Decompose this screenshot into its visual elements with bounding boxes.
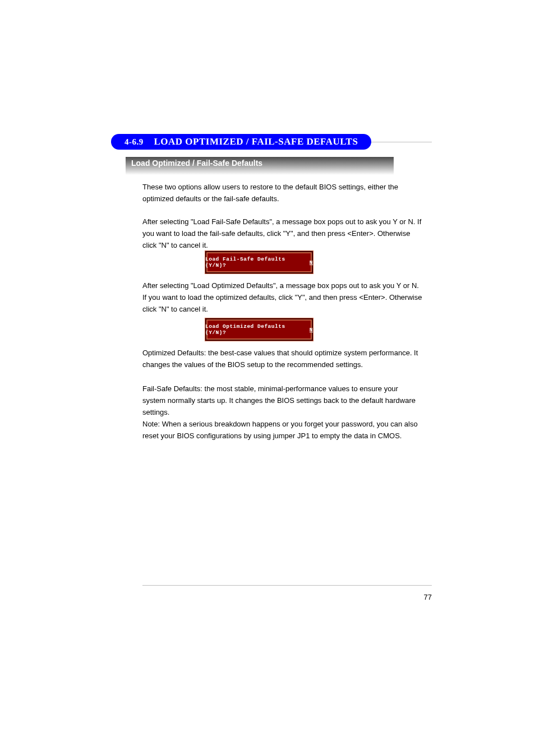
paragraph-intro: These two options allow users to restore… bbox=[142, 182, 423, 205]
subsection-title-bar: Load Optimized / Fail-Safe Defaults bbox=[126, 157, 394, 175]
paragraph-failsafe-instructions: After selecting "Load Fail-Safe Defaults… bbox=[142, 216, 423, 251]
paragraph-optimized-defaults: Optimized Defaults: the best-case values… bbox=[142, 347, 423, 371]
dialog-cursor: N bbox=[310, 327, 313, 333]
paragraph-optimized-instructions: After selecting "Load Optimized Defaults… bbox=[142, 280, 423, 315]
section-number: 4-6.9 bbox=[124, 137, 144, 146]
page-number: 77 bbox=[424, 593, 432, 601]
load-optimized-dialog: Load Optimized Defaults (Y/N)? N bbox=[205, 318, 313, 341]
load-failsafe-dialog: Load Fail-Safe Defaults (Y/N)? N bbox=[205, 251, 313, 274]
paragraph-note: Note: When a serious breakdown happens o… bbox=[142, 419, 423, 442]
section-title: LOAD OPTIMIZED / FAIL-SAFE DEFAULTS bbox=[154, 136, 358, 147]
section-header: 4-6.9 LOAD OPTIMIZED / FAIL-SAFE DEFAULT… bbox=[111, 134, 432, 149]
page: 4-6.9 LOAD OPTIMIZED / FAIL-SAFE DEFAULT… bbox=[0, 0, 535, 756]
header-rule bbox=[371, 142, 432, 142]
footer-rule bbox=[142, 585, 432, 586]
section-pill: 4-6.9 LOAD OPTIMIZED / FAIL-SAFE DEFAULT… bbox=[111, 134, 371, 150]
dialog-text: Load Fail-Safe Defaults (Y/N)? bbox=[205, 256, 306, 268]
dialog-cursor: N bbox=[310, 259, 313, 266]
paragraph-failsafe-defaults: Fail-Safe Defaults: the most stable, min… bbox=[142, 383, 423, 418]
dialog-text: Load Optimized Defaults (Y/N)? bbox=[205, 323, 306, 336]
